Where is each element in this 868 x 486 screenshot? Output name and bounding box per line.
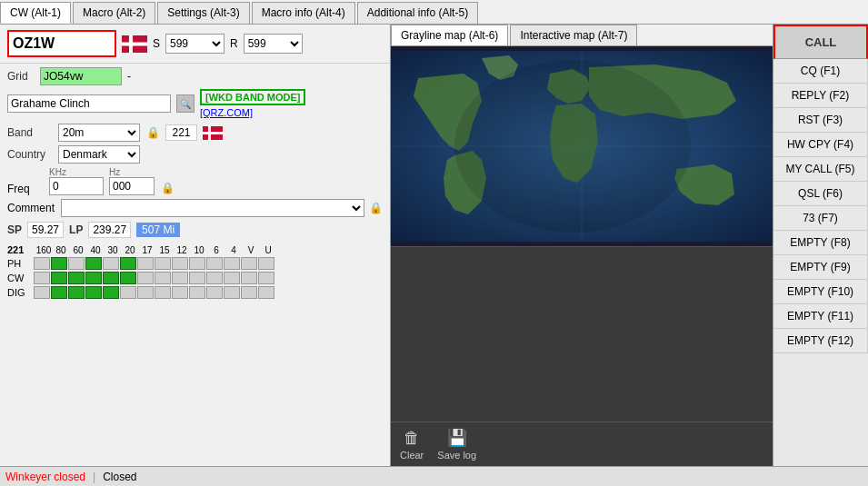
dig-40[interactable] — [85, 286, 102, 299]
tab-additional-info[interactable]: Additional info (Alt-5) — [357, 2, 478, 24]
cw-30[interactable] — [103, 272, 119, 284]
grid-input[interactable] — [40, 67, 122, 85]
hz-label: Hz — [109, 167, 120, 177]
interactive-tab[interactable]: Interactive map (Alt-7) — [510, 25, 637, 45]
ph-15[interactable] — [155, 257, 171, 270]
rst-s-select[interactable]: 599599 — [165, 34, 224, 54]
73-button[interactable]: 73 (F7) — [773, 206, 868, 231]
country-select[interactable]: Denmark — [58, 145, 140, 164]
qrz-link[interactable]: [QRZ.COM] — [200, 107, 305, 118]
cw-v[interactable] — [241, 272, 257, 284]
band-select[interactable]: 20m — [58, 124, 140, 142]
dig-30[interactable] — [103, 286, 119, 299]
dig-4[interactable] — [224, 286, 240, 299]
ph-30[interactable] — [103, 257, 119, 270]
hwcpy-button[interactable]: HW CPY (F4) — [773, 133, 868, 157]
comment-select[interactable] — [61, 199, 364, 217]
trash-icon: 🗑 — [404, 429, 420, 448]
lower-info-area — [391, 246, 773, 422]
empty-f9-button[interactable]: EMPTY (F9) — [773, 255, 868, 280]
freq-khz-input[interactable] — [49, 177, 104, 195]
ph-6[interactable] — [206, 257, 223, 270]
ph-20[interactable] — [120, 257, 136, 270]
call-button[interactable]: CALL — [773, 25, 868, 59]
cw-15[interactable] — [155, 272, 171, 284]
dig-15[interactable] — [155, 286, 171, 299]
ph-v[interactable] — [241, 257, 257, 270]
country-label: Country — [7, 148, 53, 161]
cw-20[interactable] — [120, 272, 136, 284]
winkeyer-status: Winkeyer closed — [5, 471, 85, 483]
comment-row: Comment 🔒 — [0, 197, 390, 219]
cw-4[interactable] — [224, 272, 240, 284]
info-rows: Grid - 🔍 [WKD BAND MODE] [QRZ.COM] — [0, 64, 390, 122]
cw-cells — [34, 272, 274, 284]
dig-12[interactable] — [172, 286, 188, 299]
tab-macro-info[interactable]: Macro info (Alt-4) — [252, 2, 355, 24]
qsl-button[interactable]: QSL (F6) — [773, 182, 868, 206]
clear-button[interactable]: 🗑 Clear — [400, 429, 424, 461]
freq-hz-input[interactable] — [109, 177, 155, 195]
tab-cw[interactable]: CW (Alt-1) — [0, 2, 71, 24]
ph-60[interactable] — [68, 257, 85, 270]
ph-u[interactable] — [258, 257, 274, 270]
save-log-button[interactable]: 💾 Save log — [437, 428, 476, 461]
grid-label: Grid — [7, 70, 35, 83]
cw-80[interactable] — [51, 272, 67, 284]
world-map-svg — [391, 46, 773, 246]
rst-button[interactable]: RST (F3) — [773, 108, 868, 133]
reply-button[interactable]: REPLY (F2) — [773, 84, 868, 108]
cw-10[interactable] — [189, 272, 205, 284]
ph-4[interactable] — [224, 257, 240, 270]
empty-f11-button[interactable]: EMPTY (F11) — [773, 304, 868, 329]
cw-160[interactable] — [34, 272, 50, 284]
empty-f12-button[interactable]: EMPTY (F12) — [773, 329, 868, 353]
dig-u[interactable] — [258, 286, 274, 299]
lp-value: 239.27 — [88, 222, 131, 238]
lock-icon[interactable]: 🔒 — [145, 125, 160, 140]
cw-12[interactable] — [172, 272, 188, 284]
cw-40[interactable] — [85, 272, 102, 284]
dig-6[interactable] — [206, 286, 223, 299]
name-row: 🔍 [WKD BAND MODE] [QRZ.COM] — [7, 89, 383, 118]
cw-17[interactable] — [137, 272, 154, 284]
dig-10[interactable] — [189, 286, 205, 299]
ph-80[interactable] — [51, 257, 67, 270]
cw-60[interactable] — [68, 272, 85, 284]
ph-160[interactable] — [34, 257, 50, 270]
name-input[interactable] — [7, 94, 171, 113]
dig-160[interactable] — [34, 286, 50, 299]
tab-settings[interactable]: Settings (Alt-3) — [157, 2, 249, 24]
cw-u[interactable] — [258, 272, 274, 284]
qrz-icon[interactable]: 🔍 — [176, 94, 195, 113]
tab-macro[interactable]: Macro (Alt-2) — [73, 2, 155, 24]
ph-12[interactable] — [172, 257, 188, 270]
col-15: 15 — [156, 245, 173, 255]
dig-60[interactable] — [68, 286, 85, 299]
ph-17[interactable] — [137, 257, 154, 270]
dig-20[interactable] — [120, 286, 136, 299]
empty-f10-button[interactable]: EMPTY (F10) — [773, 280, 868, 304]
rst-r-select[interactable]: 599 — [244, 34, 303, 54]
country-row: Country Denmark — [0, 144, 390, 165]
ph-10[interactable] — [189, 257, 205, 270]
col-10: 10 — [191, 245, 207, 255]
callsign-input[interactable] — [7, 30, 116, 57]
dig-v[interactable] — [241, 286, 257, 299]
grayline-map — [391, 46, 773, 246]
cw-6[interactable] — [206, 272, 223, 284]
ph-40[interactable] — [85, 257, 102, 270]
empty-f8-button[interactable]: EMPTY (F8) — [773, 231, 868, 255]
freq-lock-icon[interactable]: 🔒 — [160, 181, 175, 195]
comment-lock-icon[interactable]: 🔒 — [368, 201, 383, 215]
r-label: R — [230, 37, 238, 50]
grayline-tab[interactable]: Grayline map (Alt-6) — [391, 25, 508, 45]
mycall-button[interactable]: MY CALL (F5) — [773, 157, 868, 182]
dig-17[interactable] — [137, 286, 154, 299]
col-6: 6 — [208, 245, 224, 255]
freq-row: Freq KHz Hz 🔒 — [0, 165, 390, 197]
mi-value: 507 Mi — [136, 223, 180, 237]
band-row: Band 20m 🔒 221 — [0, 122, 390, 144]
dig-80[interactable] — [51, 286, 67, 299]
cq-button[interactable]: CQ (F1) — [773, 59, 868, 84]
